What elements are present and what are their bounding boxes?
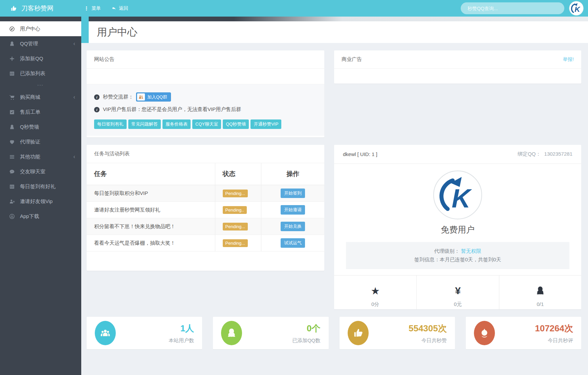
back-button[interactable]: 返回	[112, 5, 128, 12]
top-nav: ⋮ 菜单 返回	[84, 5, 128, 12]
start-signin-button[interactable]: 开始签到	[281, 189, 305, 198]
announcement-title: 网站公告	[87, 50, 324, 69]
quick-link-daily-signin[interactable]: 每日签到有礼	[94, 119, 127, 129]
start-exchange-button[interactable]: 开始兑换	[281, 222, 305, 231]
vip-notice-line: i VIP用户售后群： 您还不是会员用户，无法查看VIP用户售后群	[94, 106, 317, 113]
points-stat: ★ 0分	[334, 275, 416, 309]
quick-link-cqy-chat[interactable]: CQY聊天室	[192, 119, 221, 129]
table-row: 看看今天运气是否爆棚，抽取大奖！ Pending... 试试运气	[87, 235, 324, 251]
status-badge: Pending...	[223, 239, 248, 247]
star-icon: ★	[371, 284, 380, 298]
vip-label: VIP用户售后群：	[103, 106, 141, 113]
report-link[interactable]: 举报!	[563, 57, 574, 63]
agent-sign-info-box: 代理级别： 暂无权限 签到信息：本月已连签0天，共签到0天	[346, 242, 569, 269]
page-title: 用户中心	[97, 25, 137, 39]
share-icon	[9, 214, 15, 219]
avatar	[433, 170, 483, 220]
chevron-left-icon: ‹	[73, 94, 75, 100]
stat-card-added-qq: 0个 已添加QQ数	[213, 317, 328, 349]
thumbs-up-icon	[348, 321, 369, 345]
stat-value: 554305次	[409, 323, 447, 334]
ad-body	[334, 69, 581, 84]
table-row: 积分留着不下崽！快来兑换物品吧！ Pending... 开始兑换	[87, 218, 324, 235]
menu-button[interactable]: ⋮ 菜单	[84, 5, 101, 12]
site-logo-avatar[interactable]	[569, 1, 584, 16]
username: dkewl [ UID: 1 ]	[343, 151, 377, 157]
announcement-empty-row	[87, 69, 324, 84]
list-icon	[9, 154, 15, 160]
search-input[interactable]	[461, 2, 564, 14]
quick-link-price-list[interactable]: 服务价格表	[162, 119, 191, 129]
plus-icon	[9, 56, 15, 62]
try-luck-button[interactable]: 试试运气	[281, 238, 305, 248]
cart-icon	[9, 94, 15, 100]
quick-link-open-vip[interactable]: 开通秒赞VIP	[251, 119, 281, 129]
stat-card-site-users: 1人 本站用户数	[87, 317, 202, 349]
stat-card-today-likes: 554305次 今日共秒赞	[340, 317, 455, 349]
quick-link-faq[interactable]: 常见问题解答	[128, 119, 161, 129]
qq-count-value: 0/1	[537, 301, 544, 307]
sidebar-item-other-functions[interactable]: 其他功能 ‹	[0, 149, 81, 164]
user-level: 免费用户	[334, 224, 581, 235]
column-header-status: 状态	[215, 163, 261, 185]
sidebar-item-q-like-wall[interactable]: Q秒赞墙	[0, 119, 81, 134]
start-invite-button[interactable]: 开始邀请	[281, 205, 305, 215]
agent-level-line: 代理级别： 暂无权限	[346, 247, 569, 255]
chat-icon	[9, 169, 15, 175]
task-cell: 邀请好友注册秒赞网互领好礼	[87, 202, 215, 218]
task-cell: 积分留着不下崽！快来兑换物品吧！	[87, 218, 215, 235]
sidebar-item-add-qq[interactable]: 添加新QQ	[0, 51, 81, 66]
announcement-notices: i 秒赞交流群： 加入QQ群 i VIP用户售后群： 您还不是会员用户，无法查看…	[87, 84, 324, 136]
no-permission-link[interactable]: 暂无权限	[461, 248, 481, 254]
user-plus-icon	[9, 199, 15, 204]
table-icon	[9, 71, 15, 76]
sidebar-item-qq-manage[interactable]: QQ管理 ‹	[0, 36, 81, 51]
sidebar-item-user-center[interactable]: 用户中心	[0, 21, 81, 36]
heart-icon	[9, 139, 15, 145]
balance-value: 0元	[454, 301, 462, 308]
sidebar-item-daily-signin[interactable]: 每日签到有好礼	[0, 179, 81, 194]
thumbs-up-icon	[10, 5, 17, 12]
qq-icon	[221, 321, 242, 345]
profile-card: dkewl [ UID: 1 ] 绑定QQ： 1302357281 免费用户 代…	[334, 145, 581, 309]
sidebar-item-agent-verify[interactable]: 代理验证	[0, 134, 81, 149]
column-header-action: 操作	[261, 163, 324, 185]
qq-group-icon	[137, 93, 145, 101]
vip-text: 您还不是会员用户，无法查看VIP用户售后群	[141, 106, 241, 113]
stat-label: 本站用户数	[169, 337, 194, 344]
quick-link-qq-like-wall[interactable]: QQ秒赞墙	[223, 119, 249, 129]
balance-stat: ¥ 0元	[416, 275, 499, 309]
status-badge: Pending..	[223, 206, 247, 214]
check-square-icon	[9, 109, 15, 115]
join-qq-group-button[interactable]: 加入QQ群	[136, 92, 171, 102]
announcement-panel: 网站公告 i 秒赞交流群： 加入QQ群 i VIP用户售后群： 您还	[87, 50, 324, 137]
stat-card-row: 1人 本站用户数 0个 已添加QQ数 554305次 今日共秒赞	[87, 317, 581, 349]
tasks-table: 任务 状态 操作 每日签到获取积分和VIP Pending... 开始签到 邀请…	[87, 163, 324, 251]
sidebar-item-added-list[interactable]: 已添加列表	[0, 66, 81, 81]
vertical-dots-icon: ⋮	[84, 6, 89, 11]
sidebar-item-shop[interactable]: 购买商城 ‹	[0, 90, 81, 105]
sidebar-divider-dots: •••	[0, 81, 81, 90]
info-icon: i	[94, 107, 100, 112]
table-icon	[9, 184, 15, 190]
bind-qq-label: 绑定QQ：	[518, 151, 541, 157]
page-header-band: 用户中心	[81, 21, 588, 43]
stat-label: 已添加QQ数	[292, 337, 320, 344]
yen-icon: ¥	[455, 284, 461, 298]
compass-icon	[9, 26, 15, 32]
top-header: 刀客秒赞网 ⋮ 菜单 返回	[0, 0, 588, 17]
table-row: 邀请好友注册秒赞网互领好礼 Pending.. 开始邀请	[87, 202, 324, 218]
tasks-panel: 任务与活动列表 任务 状态 操作 每日签到获取积分和VIP Pending...…	[87, 145, 324, 271]
quick-link-row: 每日签到有礼 常见问题解答 服务价格表 CQY聊天室 QQ秒赞墙 开通秒赞VIP	[94, 119, 317, 129]
sidebar-item-aftersale-ticket[interactable]: 售后工单	[0, 105, 81, 119]
ad-title: 商业广告	[342, 56, 362, 63]
qq-icon	[9, 41, 15, 47]
stat-label: 今日共秒评	[535, 337, 573, 344]
sidebar-item-chat-room[interactable]: 交友聊天室	[0, 164, 81, 179]
sidebar-item-invite-vip[interactable]: 邀请好友领Vip	[0, 194, 81, 209]
sign-info-line: 签到信息：本月已连签0天，共签到0天	[346, 255, 569, 264]
brand[interactable]: 刀客秒赞网	[10, 4, 78, 13]
info-icon: i	[94, 94, 100, 100]
sidebar-item-app-download[interactable]: App下载	[0, 209, 81, 224]
qq-count-stat: 0/1	[499, 275, 581, 309]
